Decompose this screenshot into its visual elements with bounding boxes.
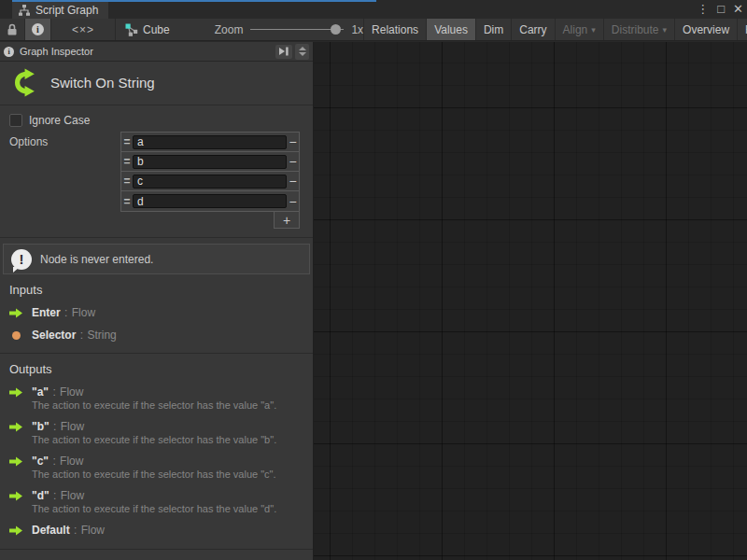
- distribute-dropdown[interactable]: Distribute ▾: [604, 19, 675, 40]
- output-port-row: Default : Flow: [9, 524, 303, 537]
- distribute-label: Distribute: [612, 23, 659, 36]
- port-name: "d": [32, 489, 49, 502]
- window-controls: ⋮ □ ✕: [697, 0, 743, 19]
- tab-title: Script Graph: [35, 4, 98, 17]
- scroll-down-icon[interactable]: [299, 52, 306, 56]
- tab-script-graph[interactable]: Script Graph: [12, 2, 108, 19]
- align-dropdown[interactable]: Align ▾: [556, 19, 604, 40]
- flow-port-icon: [9, 308, 23, 318]
- drag-handle-icon[interactable]: =: [121, 197, 133, 206]
- info-icon: i: [32, 23, 44, 35]
- port-type: Flow: [61, 489, 84, 502]
- drag-handle-icon[interactable]: =: [121, 157, 133, 166]
- value-port-icon: [12, 331, 21, 340]
- zoom-slider-handle[interactable]: [331, 24, 341, 35]
- info-icon: i: [4, 47, 14, 57]
- separator: :: [80, 329, 83, 342]
- warning-box: ! Node is never entered.: [3, 244, 310, 274]
- port-name: Selector: [32, 329, 76, 342]
- port-name: "a": [32, 385, 49, 399]
- game-object-graph-icon: [125, 23, 138, 36]
- preview-code-button[interactable]: <×>: [51, 19, 116, 40]
- remove-option-button[interactable]: −: [287, 154, 299, 169]
- remove-option-button[interactable]: −: [287, 174, 299, 189]
- lock-button[interactable]: [0, 19, 25, 40]
- option-value-input[interactable]: [133, 135, 287, 149]
- zoom-control: Zoom 1x: [215, 19, 363, 40]
- carry-label: Carry: [519, 23, 546, 36]
- remove-option-button[interactable]: −: [287, 134, 299, 149]
- separator: :: [53, 489, 56, 502]
- graph-toolbar: i <×> Cube Zoom 1x Relations Values: [0, 19, 747, 41]
- flow-port-icon: [9, 491, 23, 501]
- option-row: = −: [121, 191, 299, 211]
- options-block: Options = − = −: [0, 127, 313, 229]
- close-icon[interactable]: ✕: [733, 0, 743, 19]
- graph-owner-object[interactable]: Cube: [116, 19, 179, 40]
- lock-icon: [7, 23, 18, 36]
- output-port-row: "d" : Flow: [9, 489, 303, 502]
- option-value-input[interactable]: [133, 175, 287, 189]
- graph-inspector-panel: i Graph Inspector: [0, 42, 314, 560]
- port-type: Flow: [72, 306, 95, 319]
- section-divider: [0, 237, 313, 238]
- object-name: Cube: [143, 23, 170, 36]
- separator: :: [74, 524, 77, 537]
- inputs-header: Inputs: [9, 283, 303, 297]
- port-type: Flow: [81, 524, 105, 537]
- main-area: Switch On String Ignore Case: [0, 42, 747, 560]
- dock-panel-button[interactable]: [275, 45, 292, 59]
- inputs-section: Inputs Enter : Flow Selector : String: [0, 274, 313, 344]
- input-port-row: Selector : String: [9, 329, 303, 342]
- node-inspector-title: Switch On String: [0, 62, 313, 105]
- window-menu-icon[interactable]: ⋮: [697, 0, 709, 19]
- switch-icon: [7, 67, 38, 98]
- outputs-section: Outputs "a" : Flow The action to execute…: [0, 354, 313, 539]
- overview-button[interactable]: Overview: [675, 19, 738, 40]
- separator: :: [52, 455, 55, 468]
- zoom-slider[interactable]: [250, 29, 344, 30]
- overview-label: Overview: [683, 23, 729, 36]
- port-description: The action to execute if the selector ha…: [32, 469, 303, 480]
- scroll-up-icon[interactable]: [299, 47, 306, 50]
- panel-scroll-spinner[interactable]: [295, 44, 309, 60]
- relations-button[interactable]: Relations: [364, 19, 427, 40]
- inspector-toggle-button[interactable]: i: [25, 19, 51, 40]
- dock-icon: [278, 47, 289, 56]
- port-type: Flow: [60, 455, 83, 468]
- drag-handle-icon[interactable]: =: [121, 176, 133, 186]
- option-value-input[interactable]: [133, 194, 287, 208]
- chevron-down-icon: ▾: [591, 25, 596, 35]
- ignore-case-checkbox[interactable]: [9, 114, 22, 127]
- dim-label: Dim: [484, 23, 503, 36]
- option-row: = −: [121, 152, 299, 172]
- carry-button[interactable]: Carry: [512, 19, 555, 40]
- flow-port-icon: [9, 422, 23, 432]
- output-port-row: "c" : Flow: [9, 455, 303, 468]
- option-row: = −: [121, 133, 299, 152]
- remove-option-button[interactable]: −: [287, 194, 299, 209]
- output-port-row: "b" : Flow: [9, 420, 303, 433]
- maximize-icon[interactable]: □: [717, 0, 725, 19]
- values-label: Values: [434, 23, 468, 36]
- add-option-button[interactable]: +: [274, 211, 300, 229]
- fullscreen-button[interactable]: Full Screen: [738, 19, 747, 40]
- port-name: Enter: [32, 306, 61, 319]
- port-type: String: [87, 329, 116, 342]
- drag-handle-icon[interactable]: =: [121, 137, 133, 147]
- warning-icon: !: [11, 249, 32, 270]
- zoom-label: Zoom: [215, 23, 244, 36]
- dim-button[interactable]: Dim: [476, 19, 512, 40]
- titlebar: Script Graph ⋮ □ ✕: [0, 0, 747, 19]
- option-value-input[interactable]: [133, 155, 287, 169]
- align-label: Align: [563, 23, 588, 36]
- options-list: = − = − = −: [120, 132, 300, 212]
- section-divider: [0, 549, 313, 550]
- options-label: Options: [9, 132, 48, 229]
- separator: :: [53, 420, 56, 433]
- graph-tab-icon: [19, 5, 30, 16]
- output-port-row: "a" : Flow: [9, 385, 303, 399]
- ignore-case-label: Ignore Case: [29, 114, 90, 127]
- flow-port-icon: [9, 456, 23, 467]
- values-button[interactable]: Values: [427, 19, 476, 40]
